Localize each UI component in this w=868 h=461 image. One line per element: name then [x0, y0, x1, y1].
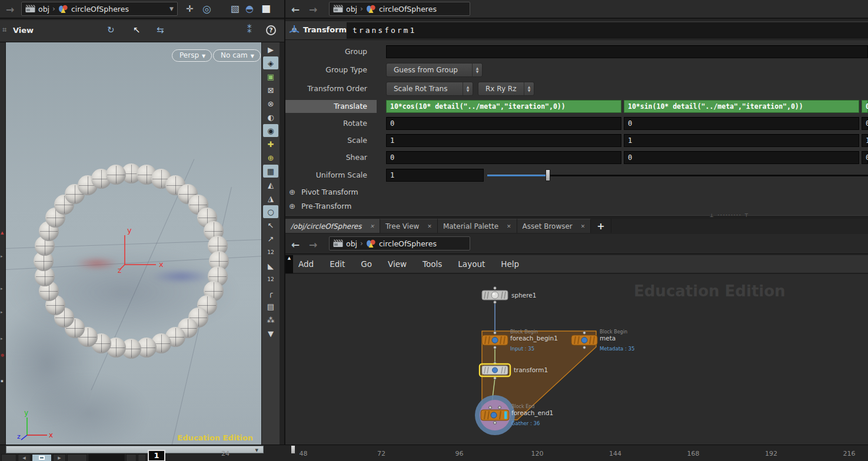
chevron-down-icon[interactable]: ▼ — [169, 6, 174, 12]
param-label-shear[interactable]: Shear — [285, 151, 377, 164]
add-env-light-icon[interactable]: ⊕ — [263, 151, 278, 164]
breadcrumb-root[interactable]: obj — [38, 5, 49, 14]
material-sphere-icon[interactable]: ◐ — [263, 111, 278, 123]
selection-handles-icon[interactable]: ▤ — [263, 300, 278, 313]
sphere-geometry[interactable] — [106, 165, 126, 185]
playbar-button[interactable] — [67, 454, 87, 461]
scale-z-field[interactable]: 1 — [862, 134, 868, 147]
close-tab-icon[interactable]: ✕ — [370, 223, 375, 229]
uniform-scale-field[interactable]: 1 — [386, 169, 484, 182]
scroll-down-icon[interactable]: ▼ — [263, 327, 278, 340]
node-label[interactable]: foreach_begin1 — [510, 335, 558, 342]
param-label-rotate[interactable]: Rotate — [285, 117, 377, 130]
view-orbit-icon[interactable]: ↻ — [107, 25, 115, 35]
translate-z-field[interactable]: 0 — [862, 100, 868, 113]
node-foreach-end1[interactable] — [475, 395, 515, 435]
transform-gizmo[interactable]: y x z — [94, 194, 171, 276]
pivot-transform-section[interactable]: ⊕Pivot Transform — [289, 188, 358, 196]
shear-z-field[interactable]: 0 — [862, 151, 868, 164]
menu-edit[interactable]: Edit — [330, 259, 345, 269]
snap-grid-icon[interactable]: ◈ — [263, 56, 278, 69]
param-label-group-type[interactable]: Group Type — [285, 64, 377, 76]
breadcrumb-root[interactable]: obj — [346, 239, 357, 248]
new-tab-button[interactable]: + — [591, 219, 611, 233]
close-tab-icon[interactable]: ✕ — [507, 223, 511, 229]
follow-selection-icon[interactable]: ◎ — [202, 3, 211, 15]
headlight-off-icon[interactable]: ⊗ — [263, 97, 278, 110]
rotate-order-dropdown[interactable]: Rx Ry Rz ▲▼ — [478, 82, 534, 96]
param-label-translate[interactable]: Translate — [285, 100, 377, 113]
back-arrow-icon[interactable]: ← — [291, 236, 300, 253]
close-tab-icon[interactable]: ✕ — [427, 223, 432, 229]
curve-hulls-icon[interactable]: ╭ — [263, 286, 278, 299]
display-options-icon[interactable]: ▦ — [263, 165, 278, 178]
stop-button[interactable] — [32, 454, 52, 461]
pin-icon[interactable]: ✛ — [186, 4, 194, 14]
point-markers-icon[interactable]: ↗ — [263, 232, 278, 245]
show-points-icon[interactable]: ○ — [263, 205, 278, 218]
back-arrow-icon[interactable]: ← — [291, 1, 300, 18]
frame-range-field[interactable] — [88, 454, 125, 461]
spinner-icon[interactable]: ▲▼ — [463, 82, 473, 95]
no-cam-menu[interactable]: No cam▼ — [213, 49, 261, 62]
node-label[interactable]: foreach_end1 — [511, 409, 553, 417]
node-label[interactable]: transform1 — [514, 366, 548, 373]
view-pivot-icon[interactable]: ▣ — [263, 70, 278, 83]
scale-x-field[interactable]: 1 — [386, 134, 621, 147]
pane-tab[interactable]: /obj/circleOfSpheres✕ — [285, 219, 380, 233]
splitter-grip[interactable]: ⊥ ········· ⊤ — [665, 213, 794, 219]
objects-cube-icon[interactable]: ▧ — [231, 3, 240, 14]
transform-order-dropdown[interactable]: Scale Rot Trans ▲▼ — [386, 82, 473, 96]
node-label[interactable]: meta — [600, 335, 616, 342]
camera-persp-menu[interactable]: Persp▼ — [172, 49, 212, 62]
frame-slider-handle[interactable] — [291, 445, 295, 454]
slider-handle[interactable] — [546, 169, 550, 181]
select-arrow-icon[interactable]: ↖ — [133, 25, 141, 35]
menu-tools[interactable]: Tools — [423, 259, 442, 269]
param-label-group[interactable]: Group — [285, 45, 377, 58]
pane-divider[interactable] — [284, 0, 285, 461]
network-editor[interactable]: Education Edition sphere1 Block Begin fo… — [285, 274, 868, 445]
menu-help[interactable]: Help — [501, 259, 519, 269]
pane-tab[interactable]: Asset Browser✕ — [517, 219, 591, 233]
playbar-button[interactable] — [126, 454, 137, 461]
breadcrumb-node[interactable]: circleOfSpheres — [379, 239, 437, 248]
scale-y-field[interactable]: 1 — [624, 134, 859, 147]
pane-maximize-icon[interactable]: ▲ — [285, 255, 293, 273]
camera-pane-icon[interactable]: ⌗ — [2, 25, 6, 35]
shear-y-field[interactable]: 0 — [624, 151, 859, 164]
param-label-transform-order[interactable]: Transform Order — [285, 82, 377, 95]
viewport-3d[interactable]: y x z y x z Persp▼ No cam▼ Education Edi… — [6, 42, 261, 448]
spinner-icon[interactable]: ▲▼ — [524, 82, 534, 95]
breadcrumb-node[interactable]: circleOfSpheres — [71, 5, 129, 14]
step-back-button[interactable]: ◀ — [18, 454, 31, 461]
step-forward-button[interactable]: ▶ — [53, 454, 66, 461]
stowbar-square-icon[interactable]: ■ — [261, 2, 271, 14]
shade-play-icon[interactable]: ◮ — [263, 192, 278, 205]
left-breadcrumb[interactable]: obj › circleOfSpheres ▼ — [21, 2, 178, 16]
expand-toolbar-icon[interactable]: ▶ — [263, 43, 278, 56]
rotate-x-field[interactable]: 0 — [386, 117, 621, 130]
prim-normals-icon[interactable]: ◣ — [263, 259, 278, 272]
expand-plus-icon[interactable]: ⊕ — [289, 188, 295, 196]
point-numbers-icon[interactable]: 12 — [263, 246, 278, 259]
playbar-button[interactable] — [138, 454, 146, 461]
group-field[interactable] — [386, 45, 868, 58]
geometry-light-icon[interactable]: ◓ — [245, 3, 254, 14]
close-tab-icon[interactable]: ✕ — [581, 223, 586, 229]
playbar-button[interactable] — [1, 454, 16, 461]
menu-layout[interactable]: Layout — [458, 259, 485, 269]
help-icon[interactable]: ? — [266, 25, 276, 35]
node-name-field[interactable]: transform1 — [347, 22, 868, 39]
normal-lighting-icon[interactable]: ◉ — [263, 124, 278, 137]
shade-glasses-icon[interactable]: ◭ — [263, 178, 278, 191]
pane-link-icon[interactable]: ⁑ — [247, 25, 252, 35]
spinner-icon[interactable]: ▲▼ — [472, 64, 482, 76]
forward-arrow-icon[interactable]: → — [309, 236, 317, 253]
param-label-scale[interactable]: Scale — [285, 134, 377, 147]
node-transform1[interactable] — [480, 362, 510, 380]
prim-numbers-icon[interactable]: 12 — [263, 273, 278, 286]
forward-arrow-icon[interactable]: → — [309, 1, 317, 18]
breadcrumb-root[interactable]: obj — [346, 5, 357, 14]
lock-camera-icon[interactable]: ⊠ — [263, 83, 278, 96]
